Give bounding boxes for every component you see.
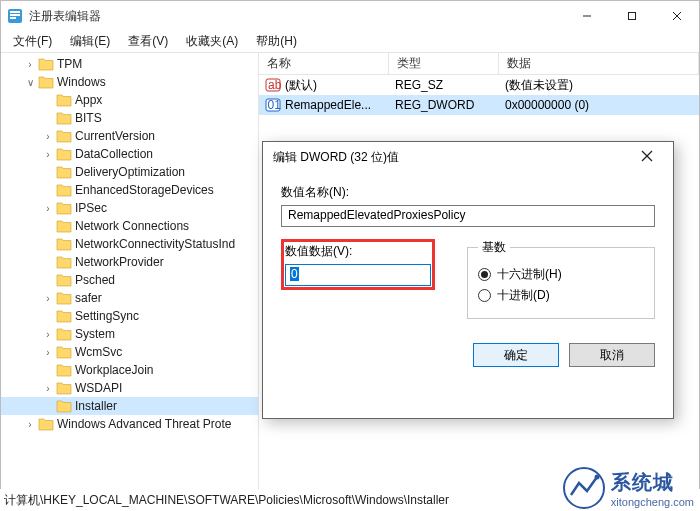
- col-type[interactable]: 类型: [389, 53, 499, 74]
- tree-node[interactable]: ›WcmSvc: [1, 343, 258, 361]
- app-icon: [7, 8, 23, 24]
- expand-toggle[interactable]: ›: [41, 347, 55, 358]
- expand-toggle[interactable]: ›: [41, 203, 55, 214]
- folder-icon: [56, 327, 72, 341]
- tree-label: Psched: [75, 273, 115, 287]
- edit-dword-dialog: 编辑 DWORD (32 位)值 数值名称(N): RemappedElevat…: [262, 141, 674, 419]
- value-name: (默认): [285, 77, 317, 94]
- expand-toggle[interactable]: ›: [41, 131, 55, 142]
- folder-icon: [56, 147, 72, 161]
- tree-label: BITS: [75, 111, 102, 125]
- tree-node[interactable]: SettingSync: [1, 307, 258, 325]
- radio-hex[interactable]: 十六进制(H): [478, 266, 644, 283]
- close-button[interactable]: [654, 1, 699, 31]
- list-header: 名称 类型 数据: [259, 53, 699, 75]
- minimize-button[interactable]: [564, 1, 609, 31]
- folder-icon: [38, 417, 54, 431]
- name-input[interactable]: RemappedElevatedProxiesPolicy: [281, 205, 655, 227]
- tree-node[interactable]: NetworkConnectivityStatusInd: [1, 235, 258, 253]
- highlight-box: 数值数据(V): 0: [281, 239, 435, 290]
- folder-icon: [56, 111, 72, 125]
- value-input[interactable]: 0: [285, 264, 431, 286]
- value-row[interactable]: ab(默认)REG_SZ(数值未设置): [259, 75, 699, 95]
- folder-icon: [38, 57, 54, 71]
- tree-node[interactable]: ›WSDAPI: [1, 379, 258, 397]
- folder-icon: [56, 309, 72, 323]
- tree-node[interactable]: EnhancedStorageDevices: [1, 181, 258, 199]
- tree-node[interactable]: Appx: [1, 91, 258, 109]
- tree-node[interactable]: Installer: [1, 397, 258, 415]
- col-data[interactable]: 数据: [499, 53, 699, 74]
- menu-favorites[interactable]: 收藏夹(A): [178, 31, 246, 52]
- tree-node[interactable]: ›DataCollection: [1, 145, 258, 163]
- menu-file[interactable]: 文件(F): [5, 31, 60, 52]
- tree-label: WcmSvc: [75, 345, 122, 359]
- expand-toggle[interactable]: ›: [41, 329, 55, 340]
- maximize-button[interactable]: [609, 1, 654, 31]
- radio-dec[interactable]: 十进制(D): [478, 287, 644, 304]
- value-row[interactable]: 011RemappedEle...REG_DWORD0x00000000 (0): [259, 95, 699, 115]
- dialog-body: 数值名称(N): RemappedElevatedProxiesPolicy 数…: [263, 172, 673, 381]
- folder-icon: [56, 201, 72, 215]
- expand-toggle[interactable]: ›: [23, 419, 37, 430]
- window-controls: [564, 1, 699, 31]
- tree-node[interactable]: DeliveryOptimization: [1, 163, 258, 181]
- folder-icon: [56, 219, 72, 233]
- expand-toggle[interactable]: ›: [23, 59, 37, 70]
- tree-label: safer: [75, 291, 102, 305]
- tree-node[interactable]: ›Windows Advanced Threat Prote: [1, 415, 258, 433]
- dword-value-icon: 011: [265, 97, 281, 113]
- dialog-title: 编辑 DWORD (32 位)值: [273, 149, 631, 166]
- cancel-button[interactable]: 取消: [569, 343, 655, 367]
- tree-node[interactable]: BITS: [1, 109, 258, 127]
- watermark: 系统城 xitongcheng.com: [563, 467, 694, 509]
- list-rows: ab(默认)REG_SZ(数值未设置)011RemappedEle...REG_…: [259, 75, 699, 115]
- svg-point-15: [594, 475, 599, 480]
- tree-label: System: [75, 327, 115, 341]
- svg-text:011: 011: [268, 98, 282, 112]
- svg-rect-1: [10, 11, 20, 13]
- tree-node[interactable]: ›TPM: [1, 55, 258, 73]
- menu-help[interactable]: 帮助(H): [248, 31, 305, 52]
- value-type: REG_DWORD: [389, 98, 499, 112]
- tree-label: CurrentVersion: [75, 129, 155, 143]
- radio-circle-icon: [478, 268, 491, 281]
- tree-node[interactable]: Network Connections: [1, 217, 258, 235]
- folder-icon: [56, 165, 72, 179]
- tree-label: DeliveryOptimization: [75, 165, 185, 179]
- registry-tree[interactable]: ›TPM∨WindowsAppxBITS›CurrentVersion›Data…: [1, 53, 259, 489]
- value-data: 0x00000000 (0): [499, 98, 699, 112]
- tree-label: EnhancedStorageDevices: [75, 183, 214, 197]
- folder-icon: [56, 255, 72, 269]
- dialog-close-button[interactable]: [631, 149, 663, 165]
- string-value-icon: ab: [265, 77, 281, 93]
- menu-edit[interactable]: 编辑(E): [62, 31, 118, 52]
- expand-toggle[interactable]: ›: [41, 383, 55, 394]
- tree-node[interactable]: ∨Windows: [1, 73, 258, 91]
- tree-node[interactable]: NetworkProvider: [1, 253, 258, 271]
- menu-view[interactable]: 查看(V): [120, 31, 176, 52]
- expand-toggle[interactable]: ›: [41, 293, 55, 304]
- expand-toggle[interactable]: ∨: [23, 77, 37, 88]
- base-legend: 基数: [478, 239, 510, 256]
- tree-node[interactable]: WorkplaceJoin: [1, 361, 258, 379]
- menubar: 文件(F) 编辑(E) 查看(V) 收藏夹(A) 帮助(H): [1, 31, 699, 53]
- tree-node[interactable]: ›IPSec: [1, 199, 258, 217]
- value-name: RemappedEle...: [285, 98, 371, 112]
- radio-circle-icon: [478, 289, 491, 302]
- expand-toggle[interactable]: ›: [41, 149, 55, 160]
- value-data: (数值未设置): [499, 77, 699, 94]
- folder-icon: [56, 183, 72, 197]
- tree-node[interactable]: ›safer: [1, 289, 258, 307]
- col-name[interactable]: 名称: [259, 53, 389, 74]
- folder-icon: [38, 75, 54, 89]
- radio-dec-label: 十进制(D): [497, 287, 550, 304]
- value-type: REG_SZ: [389, 78, 499, 92]
- ok-button[interactable]: 确定: [473, 343, 559, 367]
- tree-node[interactable]: ›System: [1, 325, 258, 343]
- tree-node[interactable]: Psched: [1, 271, 258, 289]
- dialog-titlebar: 编辑 DWORD (32 位)值: [263, 142, 673, 172]
- name-label: 数值名称(N):: [281, 184, 655, 201]
- tree-node[interactable]: ›CurrentVersion: [1, 127, 258, 145]
- tree-label: SettingSync: [75, 309, 139, 323]
